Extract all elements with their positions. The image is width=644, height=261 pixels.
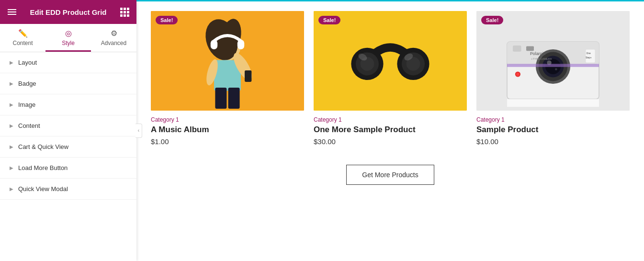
product-name-1: A Music Album xyxy=(151,125,304,135)
product-card: Sale! Category 1 A Music Album $1.00 xyxy=(146,11,309,155)
product-card: Sale! Category 1 One More Sample Product… xyxy=(309,11,472,155)
sidebar-item-label: Layout xyxy=(18,59,37,66)
sidebar-item-label: Image xyxy=(18,101,35,108)
arrow-icon: ▶ xyxy=(10,165,13,170)
tab-advanced[interactable]: ⚙ Advanced xyxy=(91,24,136,52)
product-image-2 xyxy=(314,11,467,111)
product-price-1: $1.00 xyxy=(151,137,304,146)
product-image-wrap[interactable]: Sale! xyxy=(151,11,304,111)
svg-rect-12 xyxy=(314,11,467,111)
arrow-icon: ▶ xyxy=(10,144,13,149)
tab-style[interactable]: ◎ Style xyxy=(45,24,91,52)
product-name-3: Sample Product xyxy=(476,125,630,135)
main-content: Sale! Category 1 A Music Album $1.00 xyxy=(136,0,644,261)
sidebar-item-label: Load More Button xyxy=(18,164,68,171)
product-image-1 xyxy=(151,11,304,111)
svg-text:Polaroid: Polaroid xyxy=(530,51,545,56)
advanced-tab-icon: ⚙ xyxy=(111,29,117,38)
sale-badge-2: Sale! xyxy=(318,16,340,24)
sidebar-item-cart-quick-view[interactable]: ▶ Cart & Quick View xyxy=(0,136,136,158)
product-category-3: Category 1 xyxy=(476,116,630,123)
sidebar-tabs: ✏️ Content ◎ Style ⚙ Advanced xyxy=(0,24,136,52)
sidebar-item-label: Content xyxy=(18,122,40,129)
sidebar-item-layout[interactable]: ▶ Layout xyxy=(0,52,136,73)
arrow-icon: ▶ xyxy=(10,60,13,65)
sidebar-item-label: Cart & Quick View xyxy=(18,143,68,150)
product-card: One Step+ Polaroid i-TYPE CAMERA Sale! C… xyxy=(472,11,634,155)
svg-rect-9 xyxy=(215,88,226,109)
sidebar-item-load-more[interactable]: ▶ Load More Button xyxy=(0,158,136,179)
svg-rect-8 xyxy=(237,40,244,49)
sidebar-item-image[interactable]: ▶ Image xyxy=(0,94,136,115)
svg-rect-7 xyxy=(211,40,217,49)
svg-point-29 xyxy=(555,68,557,70)
arrow-icon: ▶ xyxy=(10,102,13,107)
sidebar-item-badge[interactable]: ▶ Badge xyxy=(0,73,136,94)
product-image-3: One Step+ Polaroid i-TYPE CAMERA xyxy=(476,11,630,111)
product-category-2: Category 1 xyxy=(314,116,467,123)
arrow-icon: ▶ xyxy=(10,81,13,86)
svg-text:Step+: Step+ xyxy=(586,57,592,59)
product-category-1: Category 1 xyxy=(151,116,304,123)
sale-badge-1: Sale! xyxy=(156,16,178,24)
tab-content-label: Content xyxy=(12,40,33,46)
svg-rect-33 xyxy=(586,49,595,63)
product-image-wrap[interactable]: One Step+ Polaroid i-TYPE CAMERA Sale! xyxy=(476,11,630,111)
svg-rect-36 xyxy=(507,99,599,107)
arrow-icon: ▶ xyxy=(10,186,13,192)
svg-rect-32 xyxy=(507,64,599,67)
collapse-handle[interactable]: ‹ xyxy=(136,124,142,138)
sidebar-item-label: Badge xyxy=(18,80,36,87)
product-price-2: $30.00 xyxy=(314,137,467,146)
svg-rect-11 xyxy=(245,70,251,82)
sidebar-item-content[interactable]: ▶ Content xyxy=(0,115,136,136)
sidebar-item-quick-view-modal[interactable]: ▶ Quick View Modal xyxy=(0,179,136,200)
sale-badge-3: Sale! xyxy=(481,16,503,24)
product-image-wrap[interactable]: Sale! xyxy=(314,11,467,111)
tab-content[interactable]: ✏️ Content xyxy=(0,24,45,52)
product-price-3: $10.00 xyxy=(476,137,630,146)
load-more-button[interactable]: Get More Products xyxy=(346,165,434,185)
product-name-2: One More Sample Product xyxy=(314,125,467,135)
sidebar-header: Edit EDD Product Grid xyxy=(0,0,136,24)
load-more-wrap: Get More Products xyxy=(136,155,644,194)
svg-rect-30 xyxy=(513,45,521,52)
hamburger-icon[interactable] xyxy=(8,9,16,15)
content-tab-icon: ✏️ xyxy=(18,29,28,38)
tab-style-label: Style xyxy=(62,40,75,46)
svg-text:i-TYPE CAMERA: i-TYPE CAMERA xyxy=(531,57,552,60)
sidebar-items-list: ▶ Layout ▶ Badge ▶ Image ▶ Content ▶ Car… xyxy=(0,52,136,261)
style-tab-icon: ◎ xyxy=(65,29,72,38)
svg-text:One: One xyxy=(587,52,591,55)
products-grid: Sale! Category 1 A Music Album $1.00 xyxy=(136,1,644,155)
svg-rect-10 xyxy=(228,88,240,109)
svg-point-40 xyxy=(516,73,519,76)
svg-rect-31 xyxy=(526,46,534,51)
grid-icon[interactable] xyxy=(120,8,129,17)
sidebar-item-label: Quick View Modal xyxy=(18,185,68,193)
sidebar: Edit EDD Product Grid ✏️ Content ◎ Style… xyxy=(0,0,136,261)
tab-advanced-label: Advanced xyxy=(101,40,126,46)
arrow-icon: ▶ xyxy=(10,123,13,128)
sidebar-title: Edit EDD Product Grid xyxy=(30,8,106,16)
